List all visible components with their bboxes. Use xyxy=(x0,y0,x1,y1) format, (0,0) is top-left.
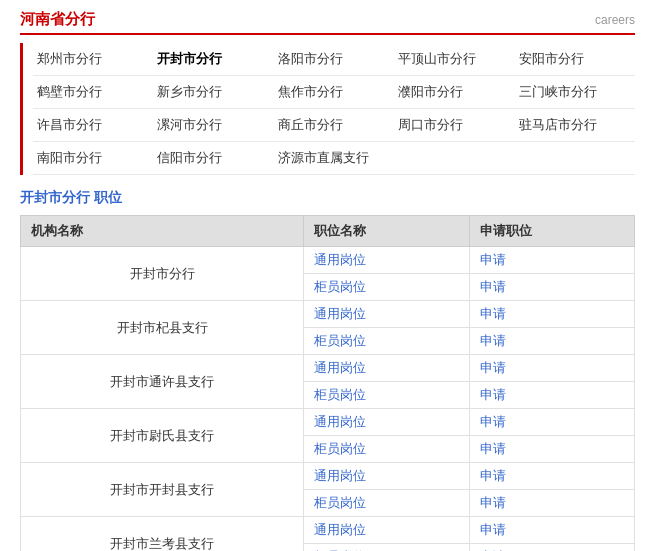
branch-cell[interactable]: 洛阳市分行 xyxy=(274,48,394,70)
job-link[interactable]: 通用岗位 xyxy=(314,306,366,321)
section-title: 开封市分行 职位 xyxy=(20,189,635,207)
apply-cell[interactable]: 申请 xyxy=(469,409,634,436)
job-name-cell[interactable]: 柜员岗位 xyxy=(304,274,469,301)
apply-link[interactable]: 申请 xyxy=(480,468,506,483)
apply-cell[interactable]: 申请 xyxy=(469,355,634,382)
apply-cell[interactable]: 申请 xyxy=(469,274,634,301)
job-name-cell[interactable]: 柜员岗位 xyxy=(304,436,469,463)
apply-link[interactable]: 申请 xyxy=(480,252,506,267)
apply-cell[interactable]: 申请 xyxy=(469,463,634,490)
branch-row: 郑州市分行 开封市分行 洛阳市分行 平顶山市分行 安阳市分行 xyxy=(33,43,635,76)
table-row: 开封市尉氏县支行通用岗位申请 xyxy=(21,409,635,436)
branch-cell[interactable]: 周口市分行 xyxy=(394,114,514,136)
job-name-cell[interactable]: 通用岗位 xyxy=(304,517,469,544)
branch-cell[interactable]: 郑州市分行 xyxy=(33,48,153,70)
apply-cell[interactable]: 申请 xyxy=(469,544,634,552)
table-row: 开封市兰考县支行通用岗位申请 xyxy=(21,517,635,544)
apply-cell[interactable]: 申请 xyxy=(469,301,634,328)
branch-cell[interactable]: 濮阳市分行 xyxy=(394,81,514,103)
apply-link[interactable]: 申请 xyxy=(480,441,506,456)
apply-link[interactable]: 申请 xyxy=(480,495,506,510)
apply-link[interactable]: 申请 xyxy=(480,387,506,402)
apply-link[interactable]: 申请 xyxy=(480,414,506,429)
branch-cell xyxy=(394,147,514,169)
branch-cell[interactable]: 安阳市分行 xyxy=(515,48,635,70)
branch-cell[interactable]: 三门峡市分行 xyxy=(515,81,635,103)
branch-cell[interactable]: 新乡市分行 xyxy=(153,81,273,103)
apply-link[interactable]: 申请 xyxy=(480,333,506,348)
table-row: 开封市通许县支行通用岗位申请 xyxy=(21,355,635,382)
branch-cell[interactable]: 鹤壁市分行 xyxy=(33,81,153,103)
job-name-cell[interactable]: 通用岗位 xyxy=(304,463,469,490)
job-link[interactable]: 通用岗位 xyxy=(314,360,366,375)
branch-cell[interactable]: 许昌市分行 xyxy=(33,114,153,136)
job-name-cell[interactable]: 通用岗位 xyxy=(304,301,469,328)
apply-cell[interactable]: 申请 xyxy=(469,436,634,463)
branch-cell[interactable]: 开封市分行 xyxy=(153,48,273,70)
branch-cell[interactable]: 信阳市分行 xyxy=(153,147,273,169)
table-header-row: 机构名称 职位名称 申请职位 xyxy=(21,216,635,247)
job-name-cell[interactable]: 通用岗位 xyxy=(304,355,469,382)
apply-link[interactable]: 申请 xyxy=(480,306,506,321)
branch-row: 许昌市分行 漯河市分行 商丘市分行 周口市分行 驻马店市分行 xyxy=(33,109,635,142)
org-name-cell: 开封市通许县支行 xyxy=(21,355,304,409)
col-header-job: 职位名称 xyxy=(304,216,469,247)
job-link[interactable]: 柜员岗位 xyxy=(314,495,366,510)
apply-cell[interactable]: 申请 xyxy=(469,382,634,409)
job-link[interactable]: 柜员岗位 xyxy=(314,279,366,294)
apply-cell[interactable]: 申请 xyxy=(469,490,634,517)
job-name-cell[interactable]: 柜员岗位 xyxy=(304,544,469,552)
branch-row: 南阳市分行 信阳市分行 济源市直属支行 xyxy=(33,142,635,175)
branch-cell[interactable]: 漯河市分行 xyxy=(153,114,273,136)
org-name-cell: 开封市分行 xyxy=(21,247,304,301)
org-name-cell: 开封市尉氏县支行 xyxy=(21,409,304,463)
apply-cell[interactable]: 申请 xyxy=(469,247,634,274)
col-header-apply: 申请职位 xyxy=(469,216,634,247)
jobs-table: 机构名称 职位名称 申请职位 开封市分行通用岗位申请柜员岗位申请开封市杞县支行通… xyxy=(20,215,635,551)
table-row: 开封市开封县支行通用岗位申请 xyxy=(21,463,635,490)
branch-cell[interactable]: 驻马店市分行 xyxy=(515,114,635,136)
table-row: 开封市分行通用岗位申请 xyxy=(21,247,635,274)
org-name-cell: 开封市开封县支行 xyxy=(21,463,304,517)
job-link[interactable]: 通用岗位 xyxy=(314,414,366,429)
job-name-cell[interactable]: 通用岗位 xyxy=(304,409,469,436)
table-row: 开封市杞县支行通用岗位申请 xyxy=(21,301,635,328)
apply-cell[interactable]: 申请 xyxy=(469,517,634,544)
job-name-cell[interactable]: 柜员岗位 xyxy=(304,382,469,409)
job-link[interactable]: 通用岗位 xyxy=(314,468,366,483)
apply-link[interactable]: 申请 xyxy=(480,279,506,294)
apply-link[interactable]: 申请 xyxy=(480,522,506,537)
col-header-org: 机构名称 xyxy=(21,216,304,247)
job-name-cell[interactable]: 柜员岗位 xyxy=(304,490,469,517)
branch-cell xyxy=(515,147,635,169)
org-name-cell: 开封市杞县支行 xyxy=(21,301,304,355)
job-link[interactable]: 通用岗位 xyxy=(314,522,366,537)
org-name-cell: 开封市兰考县支行 xyxy=(21,517,304,552)
header-bar: 河南省分行 careers xyxy=(20,10,635,35)
careers-label: careers xyxy=(595,13,635,27)
branch-cell[interactable]: 焦作市分行 xyxy=(274,81,394,103)
apply-cell[interactable]: 申请 xyxy=(469,328,634,355)
branch-grid: 郑州市分行 开封市分行 洛阳市分行 平顶山市分行 安阳市分行 鹤壁市分行 新乡市… xyxy=(20,43,635,175)
job-link[interactable]: 柜员岗位 xyxy=(314,387,366,402)
job-link[interactable]: 柜员岗位 xyxy=(314,333,366,348)
job-link[interactable]: 通用岗位 xyxy=(314,252,366,267)
job-name-cell[interactable]: 柜员岗位 xyxy=(304,328,469,355)
job-link[interactable]: 柜员岗位 xyxy=(314,441,366,456)
branch-row: 鹤壁市分行 新乡市分行 焦作市分行 濮阳市分行 三门峡市分行 xyxy=(33,76,635,109)
apply-link[interactable]: 申请 xyxy=(480,360,506,375)
branch-cell[interactable]: 商丘市分行 xyxy=(274,114,394,136)
job-name-cell[interactable]: 通用岗位 xyxy=(304,247,469,274)
branch-cell[interactable]: 济源市直属支行 xyxy=(274,147,394,169)
branch-cell[interactable]: 南阳市分行 xyxy=(33,147,153,169)
page-title: 河南省分行 xyxy=(20,10,95,29)
branch-cell[interactable]: 平顶山市分行 xyxy=(394,48,514,70)
